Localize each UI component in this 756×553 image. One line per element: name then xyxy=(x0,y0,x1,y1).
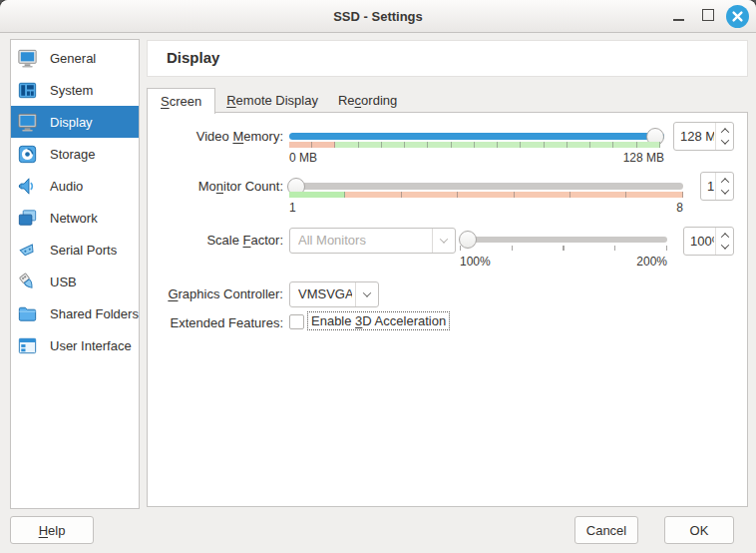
sidebar-item-label: Serial Ports xyxy=(50,243,117,258)
folder-icon xyxy=(15,301,39,325)
sidebar-item-audio[interactable]: Audio xyxy=(11,170,139,202)
sidebar-item-label: USB xyxy=(50,275,77,289)
scale-factor-monitor-select-value: All Monitors xyxy=(298,229,429,253)
scale-factor-max-label: 200% xyxy=(460,255,667,269)
sidebar-item-label: Shared Folders xyxy=(50,306,139,321)
graphics-controller-value: VMSVGA xyxy=(298,282,352,306)
sidebar-item-label: Network xyxy=(50,211,98,226)
cancel-button[interactable]: Cancel xyxy=(574,516,638,544)
enable-3d-acceleration-label[interactable]: Enable 3D Acceleration xyxy=(307,311,450,330)
video-memory-label: Video Memory: xyxy=(148,129,283,144)
chevron-down-icon xyxy=(355,282,378,306)
sidebar-item-label: System xyxy=(50,83,93,98)
graphics-controller-select[interactable]: VMSVGA xyxy=(289,281,379,307)
minimize-icon[interactable] xyxy=(673,19,684,21)
monitor-count-tick-strip xyxy=(289,192,683,198)
window-ui-icon xyxy=(15,333,39,357)
video-memory-value[interactable]: 128 MB xyxy=(680,123,714,150)
monitor-count-spin-buttons xyxy=(715,173,733,200)
sidebar-item-usb[interactable]: USB xyxy=(11,266,139,297)
monitor-count-spinbox[interactable]: 1 xyxy=(700,172,734,201)
chevron-down-icon xyxy=(432,229,455,253)
enable-3d-acceleration-checkbox[interactable] xyxy=(289,314,304,329)
scale-factor-spinbox[interactable]: 100% xyxy=(683,227,734,256)
audio-speaker-icon xyxy=(15,174,39,198)
sidebar-item-network[interactable]: Network xyxy=(11,202,139,234)
scale-factor-slider-track[interactable] xyxy=(460,237,667,243)
help-button[interactable]: Help xyxy=(10,516,94,544)
window-title: SSD - Settings xyxy=(0,0,756,33)
scale-factor-value[interactable]: 100% xyxy=(690,228,714,255)
graphics-controller-label: Graphics Controller: xyxy=(148,286,283,301)
sidebar-item-label: Display xyxy=(50,115,93,130)
network-cards-icon xyxy=(15,206,39,230)
monitor-count-value[interactable]: 1 xyxy=(707,173,714,200)
sidebar-item-display[interactable]: Display xyxy=(11,106,139,138)
sidebar-item-label: General xyxy=(50,51,96,66)
video-memory-slider-track[interactable] xyxy=(289,133,664,140)
spin-down-icon[interactable] xyxy=(720,241,728,249)
close-icon[interactable] xyxy=(726,5,749,28)
extended-features-label: Extended Features: xyxy=(148,315,283,330)
tab-recording[interactable]: Recording xyxy=(329,88,406,113)
sidebar-item-label: Storage xyxy=(50,147,96,162)
general-monitor-icon xyxy=(15,46,39,70)
video-memory-tick-strip xyxy=(289,142,660,148)
tab-screen[interactable]: Screen xyxy=(147,88,215,114)
scale-factor-tick-strip xyxy=(460,246,668,251)
video-memory-spinbox[interactable]: 128 MB xyxy=(673,122,734,151)
screen-tab-panel: Video Memory: 0 MB 128 MB 128 MB Monitor… xyxy=(147,112,748,507)
sidebar-item-storage[interactable]: Storage xyxy=(11,138,139,170)
system-chip-icon xyxy=(15,78,39,102)
titlebar[interactable]: SSD - Settings xyxy=(0,0,756,33)
sidebar-item-shared-folders[interactable]: Shared Folders xyxy=(11,297,139,329)
sidebar-item-serial-ports[interactable]: Serial Ports xyxy=(11,234,139,266)
tab-bar: Screen Remote Display Recording xyxy=(147,88,406,113)
display-monitor-icon xyxy=(15,110,39,134)
video-memory-max-label: 128 MB xyxy=(289,151,664,165)
scale-factor-spin-buttons xyxy=(715,228,733,255)
scale-factor-monitor-select[interactable]: All Monitors xyxy=(289,228,456,254)
sidebar-item-label: Audio xyxy=(50,179,83,194)
settings-category-list: General System Display Storage Audio Net… xyxy=(10,39,140,509)
scale-factor-label: Scale Factor: xyxy=(148,233,283,248)
usb-plug-icon xyxy=(15,270,39,293)
page-title: Display xyxy=(167,49,219,66)
sidebar-item-system[interactable]: System xyxy=(11,74,139,106)
maximize-icon[interactable] xyxy=(702,9,714,21)
spin-down-icon[interactable] xyxy=(720,136,728,144)
page-header: Display xyxy=(147,40,748,77)
storage-disk-icon xyxy=(15,142,39,166)
monitor-count-label: Monitor Count: xyxy=(148,179,283,194)
sidebar-item-general[interactable]: General xyxy=(11,42,139,74)
ok-button[interactable]: OK xyxy=(664,516,734,544)
tab-remote-display[interactable]: Remote Display xyxy=(217,88,327,113)
video-memory-spin-buttons xyxy=(715,123,733,150)
monitor-count-slider-track[interactable] xyxy=(289,183,683,190)
sidebar-item-label: User Interface xyxy=(50,338,132,353)
spin-down-icon[interactable] xyxy=(720,186,728,194)
sidebar-item-user-interface[interactable]: User Interface xyxy=(11,329,139,361)
monitor-count-max-label: 8 xyxy=(289,201,683,215)
settings-window: SSD - Settings General System Display St… xyxy=(0,0,756,553)
serial-port-icon xyxy=(15,238,39,262)
